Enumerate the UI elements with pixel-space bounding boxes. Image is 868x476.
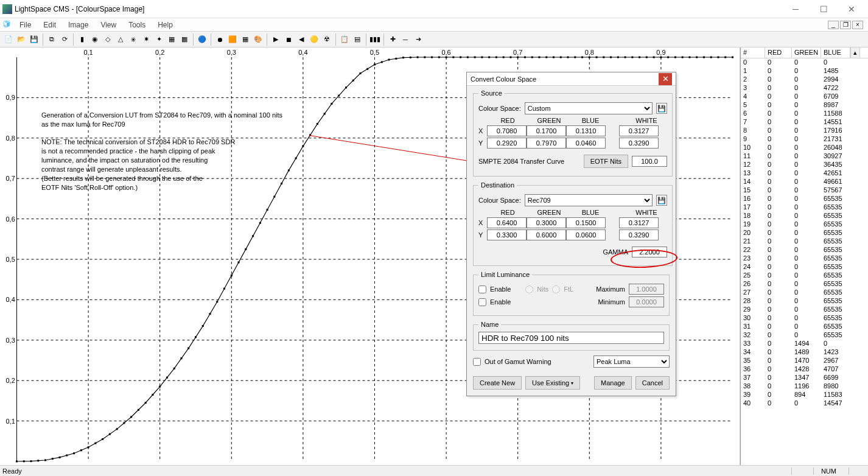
eotf-nits-input[interactable]: [632, 156, 667, 167]
dst-x-blue[interactable]: [566, 217, 606, 228]
maximize-button[interactable]: ☐: [810, 0, 838, 18]
table-row[interactable]: 3004722: [741, 84, 868, 93]
table-row[interactable]: 280065535: [741, 297, 868, 306]
spark-icon[interactable]: ✦: [153, 33, 165, 46]
table-row[interactable]: 90021731: [741, 135, 868, 144]
menu-edit[interactable]: Edit: [37, 19, 62, 30]
table-row[interactable]: 180065535: [741, 212, 868, 220]
col-index[interactable]: #: [741, 47, 765, 58]
src-x-white[interactable]: [619, 125, 659, 136]
table-row[interactable]: 110030927: [741, 152, 868, 161]
table-row[interactable]: 300065535: [741, 314, 868, 323]
name-input[interactable]: [478, 332, 664, 344]
menu-tools[interactable]: Tools: [122, 19, 152, 30]
table-row[interactable]: 80017916: [741, 127, 868, 135]
burst-icon[interactable]: ✷: [140, 33, 152, 46]
color-icon[interactable]: 🎨: [252, 33, 264, 46]
dst-x-white[interactable]: [619, 217, 659, 228]
source-cs-select[interactable]: Custom: [525, 102, 653, 114]
table-row[interactable]: 160065535: [741, 195, 868, 203]
record2-icon[interactable]: 🟡: [308, 33, 320, 46]
menu-file[interactable]: File: [13, 19, 37, 30]
move-icon[interactable]: ✚: [387, 33, 399, 46]
use-existing-button[interactable]: Use Existing: [525, 376, 580, 390]
table-row[interactable]: 0000: [741, 58, 868, 67]
manage-button[interactable]: Manage: [594, 376, 632, 390]
table-row[interactable]: 320065535: [741, 331, 868, 340]
table-row[interactable]: 260065535: [741, 280, 868, 289]
scrollbar-up-icon[interactable]: ▴: [850, 47, 860, 58]
menu-image[interactable]: Image: [62, 19, 94, 30]
matrix-icon[interactable]: ▦: [239, 33, 251, 46]
table-row[interactable]: 38011968980: [741, 382, 868, 391]
table-row[interactable]: 220065535: [741, 246, 868, 254]
stack-icon[interactable]: ▤: [351, 33, 363, 46]
table-row[interactable]: 210065535: [741, 237, 868, 246]
dst-x-red[interactable]: [487, 217, 527, 228]
table-row[interactable]: 2002994: [741, 75, 868, 84]
probe-icon[interactable]: 🔵: [196, 33, 208, 46]
dst-y-blue[interactable]: [566, 229, 606, 240]
open-icon[interactable]: 📂: [15, 33, 27, 46]
save-icon[interactable]: 💾: [28, 33, 40, 46]
table-row[interactable]: 150057567: [741, 186, 868, 195]
src-y-blue[interactable]: [566, 138, 606, 149]
rgb-icon[interactable]: ▮▮▮: [369, 33, 381, 46]
table-row[interactable]: 37013476699: [741, 374, 868, 382]
dst-x-green[interactable]: [527, 217, 566, 228]
redraw-icon[interactable]: ⟳: [58, 33, 71, 46]
eotf-nits-button[interactable]: EOTF Nits: [584, 155, 628, 168]
src-x-green[interactable]: [527, 125, 566, 136]
limit-max-enable[interactable]: [478, 285, 486, 293]
table-row[interactable]: 190065535: [741, 220, 868, 229]
table-row[interactable]: 140049661: [741, 178, 868, 186]
grid3-icon[interactable]: ▩: [178, 33, 191, 46]
limit-min-enable[interactable]: [478, 298, 486, 306]
src-y-green[interactable]: [527, 138, 566, 149]
table-row[interactable]: 36014284707: [741, 365, 868, 374]
close-button[interactable]: ✕: [838, 0, 866, 18]
vectorscope-icon[interactable]: ◉: [89, 33, 101, 46]
table-row[interactable]: 5008987: [741, 101, 868, 110]
dst-y-green[interactable]: [527, 229, 566, 240]
menu-view[interactable]: View: [94, 19, 122, 30]
grid2-icon[interactable]: ▦: [166, 33, 178, 46]
table-row[interactable]: 270065535: [741, 289, 868, 297]
new-icon[interactable]: 📄: [2, 33, 15, 46]
cube-icon[interactable]: ◇: [102, 33, 114, 46]
gamut-select[interactable]: Peak Luma: [593, 355, 670, 368]
table-row[interactable]: 230065535: [741, 254, 868, 263]
table-row[interactable]: 34014891423: [741, 348, 868, 357]
play-icon[interactable]: ▶: [270, 33, 282, 46]
table-row[interactable]: 120036435: [741, 161, 868, 169]
gamut-icon[interactable]: △: [114, 33, 127, 46]
src-y-white[interactable]: [619, 138, 659, 149]
create-new-button[interactable]: Create New: [473, 376, 522, 390]
table-row[interactable]: 240065535: [741, 263, 868, 271]
cancel-button[interactable]: Cancel: [635, 376, 670, 390]
table-row[interactable]: 35014702967: [741, 357, 868, 365]
src-y-red[interactable]: [487, 138, 527, 149]
table-row[interactable]: 33014940: [741, 340, 868, 348]
doc-min-button[interactable]: _: [828, 21, 839, 29]
settings-icon[interactable]: ⛯: [127, 33, 139, 46]
src-x-red[interactable]: [487, 125, 527, 136]
table-row[interactable]: 4006709: [741, 93, 868, 101]
back-icon[interactable]: ◀: [295, 33, 307, 46]
export-icon[interactable]: ➜: [412, 33, 424, 46]
table-row[interactable]: 310065535: [741, 323, 868, 331]
table-row[interactable]: 39089411583: [741, 391, 868, 399]
minimize-button[interactable]: ─: [782, 0, 810, 18]
table-row[interactable]: 100026048: [741, 144, 868, 152]
copy-icon[interactable]: ⧉: [46, 33, 58, 46]
waveform-icon[interactable]: ▮: [76, 33, 88, 46]
data-body[interactable]: 0000100148520029943004722400670950089876…: [741, 58, 868, 465]
src-x-blue[interactable]: [566, 125, 606, 136]
table-row[interactable]: 1001485: [741, 67, 868, 75]
table-row[interactable]: 400014547: [741, 399, 868, 408]
dst-y-red[interactable]: [487, 229, 527, 240]
record-icon[interactable]: ⏺: [214, 33, 226, 46]
table-row[interactable]: 290065535: [741, 306, 868, 314]
doc-close-button[interactable]: ×: [852, 21, 863, 29]
table-row[interactable]: 70014551: [741, 118, 868, 127]
